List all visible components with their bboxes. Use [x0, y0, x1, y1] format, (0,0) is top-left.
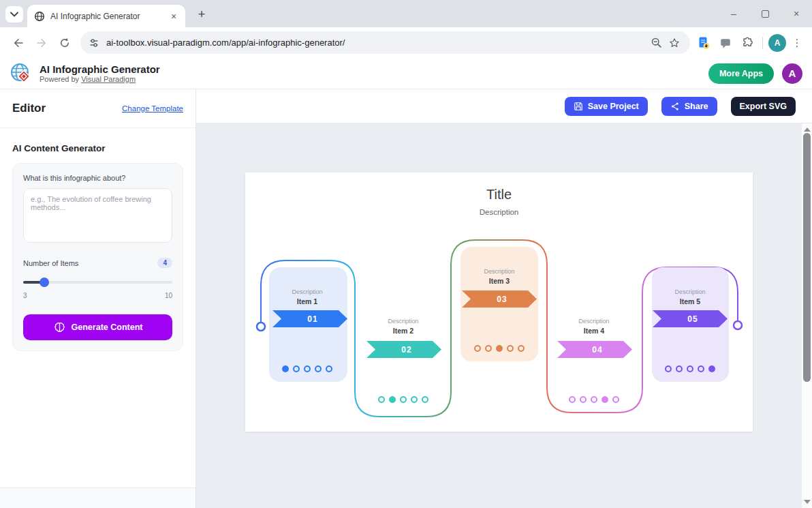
editor-sidebar: Editor Change Template AI Content Genera…	[0, 89, 196, 508]
number-of-items-label: Number of Items	[23, 259, 78, 267]
item-label[interactable]: Item 1	[297, 297, 318, 305]
document-download-icon	[697, 36, 710, 50]
prompt-input[interactable]	[23, 188, 172, 243]
maximize-glyph	[762, 10, 769, 18]
share-button[interactable]: Share	[661, 97, 717, 116]
item-number: 01	[307, 314, 317, 324]
reload-icon	[59, 37, 71, 49]
docs-offline-extension-button[interactable]	[694, 33, 713, 53]
item-progress-dot	[390, 397, 395, 402]
share-label: Share	[685, 102, 708, 111]
item-label[interactable]: Item 4	[584, 327, 605, 335]
item-progress-dot	[422, 397, 428, 402]
infographic-item-5[interactable]: DescriptionItem 505	[652, 267, 729, 382]
tab-strip: AI Infographic Generator × + – ×	[0, 0, 812, 27]
generate-content-button[interactable]: Generate Content	[23, 314, 172, 340]
browser-toolbar: ai-toolbox.visual-paradigm.com/app/ai-in…	[0, 27, 812, 58]
item-progress-dot	[569, 397, 575, 402]
account-avatar[interactable]: A	[782, 63, 802, 84]
sidebar-body: AI Content Generator What is this infogr…	[0, 128, 196, 488]
infographic-item-2[interactable]: DescriptionItem 202	[366, 318, 441, 402]
change-template-link[interactable]: Change Template	[122, 104, 183, 113]
app-title: AI Infographic Generator	[40, 64, 160, 75]
item-progress-dot	[379, 397, 384, 402]
maximize-icon[interactable]	[749, 0, 781, 27]
forward-arrow-icon	[35, 37, 48, 49]
number-of-items-slider[interactable]	[23, 278, 172, 287]
back-arrow-icon	[12, 37, 25, 49]
browser-tab[interactable]: AI Infographic Generator ×	[27, 5, 185, 27]
brain-icon	[53, 321, 66, 334]
url-text[interactable]: ai-toolbox.visual-paradigm.com/app/ai-in…	[106, 38, 648, 48]
new-tab-button[interactable]: +	[193, 6, 210, 23]
item-description[interactable]: Description	[292, 288, 322, 295]
scrollbar-thumb[interactable]	[803, 133, 811, 382]
canvas-area[interactable]: Title Description DescriptionItem 101Des…	[196, 123, 812, 508]
more-apps-button[interactable]: More Apps	[708, 63, 774, 84]
infographic-subtitle[interactable]: Description	[480, 208, 519, 216]
item-description[interactable]: Description	[388, 318, 418, 325]
app-title-block: AI Infographic Generator Powered by Visu…	[40, 64, 160, 83]
item-progress-dot	[283, 366, 288, 372]
bookmark-button[interactable]	[666, 34, 683, 52]
tab-search-button[interactable]	[5, 6, 23, 23]
minimize-icon[interactable]: –	[718, 0, 749, 27]
item-progress-dot	[709, 366, 715, 372]
item-number: 03	[497, 295, 507, 304]
url-bar[interactable]: ai-toolbox.visual-paradigm.com/app/ai-in…	[80, 31, 690, 54]
slider-minmax-row: 3 10	[23, 292, 172, 299]
visual-paradigm-logo	[10, 62, 33, 85]
infographic-item-1[interactable]: DescriptionItem 101	[269, 267, 347, 382]
item-progress-dot	[401, 397, 406, 402]
ai-content-generator-title: AI Content Generator	[12, 143, 183, 153]
timeline-start-ring	[257, 323, 265, 331]
slider-thumb[interactable]	[40, 278, 49, 287]
item-progress-dot	[613, 397, 619, 402]
browser-menu-icon[interactable]: ⋮	[789, 37, 805, 49]
zoom-level-button[interactable]	[648, 34, 666, 52]
generate-content-label: Generate Content	[72, 323, 143, 332]
item-progress-dot	[497, 346, 502, 351]
export-svg-label: Export SVG	[740, 102, 787, 111]
visual-paradigm-link[interactable]: Visual Paradigm	[81, 75, 136, 83]
infographic-item-3[interactable]: DescriptionItem 303	[460, 247, 538, 361]
infographic-svg[interactable]: Title Description DescriptionItem 101Des…	[245, 173, 753, 432]
item-label[interactable]: Item 3	[489, 277, 510, 285]
close-window-icon[interactable]: ×	[781, 0, 812, 27]
notes-extension-button[interactable]	[716, 33, 735, 53]
reload-button[interactable]	[55, 33, 74, 53]
item-description[interactable]: Description	[578, 318, 609, 325]
browser-profile-avatar[interactable]: A	[768, 34, 786, 52]
powered-by: Powered by Visual Paradigm	[40, 75, 160, 83]
puzzle-icon	[741, 36, 754, 49]
infographic-item-4[interactable]: DescriptionItem 404	[557, 318, 632, 402]
sidebar-footer	[0, 488, 196, 508]
share-icon	[670, 102, 680, 111]
vertical-scrollbar[interactable]	[802, 123, 812, 508]
item-progress-dot	[411, 397, 417, 402]
infographic-title[interactable]: Title	[486, 187, 512, 202]
project-toolbar: Save Project Share Export SVG	[196, 89, 812, 123]
item-description[interactable]: Description	[674, 288, 705, 295]
tab-title: AI Infographic Generator	[50, 12, 168, 21]
item-number: 02	[401, 345, 411, 355]
back-button[interactable]	[9, 33, 28, 53]
site-settings-icon[interactable]	[89, 38, 99, 48]
extensions-menu-button[interactable]	[738, 33, 757, 53]
save-project-button[interactable]: Save Project	[565, 97, 648, 116]
forward-button[interactable]	[32, 33, 51, 53]
chevron-down-icon	[10, 12, 18, 17]
infographic-artboard[interactable]: Title Description DescriptionItem 101Des…	[245, 173, 753, 432]
export-svg-button[interactable]: Export SVG	[731, 97, 796, 116]
editor-title: Editor	[12, 102, 46, 115]
number-of-items-value-badge: 4	[157, 258, 172, 268]
item-description[interactable]: Description	[484, 268, 514, 275]
content-row: Editor Change Template AI Content Genera…	[0, 89, 812, 508]
star-icon	[668, 37, 681, 49]
item-label[interactable]: Item 2	[393, 327, 414, 335]
zoom-out-icon	[651, 37, 663, 49]
app-header: AI Infographic Generator Powered by Visu…	[0, 58, 812, 89]
tab-close-icon[interactable]: ×	[168, 10, 180, 23]
scrollbar-down-icon[interactable]	[802, 497, 812, 507]
item-label[interactable]: Item 5	[680, 297, 701, 305]
